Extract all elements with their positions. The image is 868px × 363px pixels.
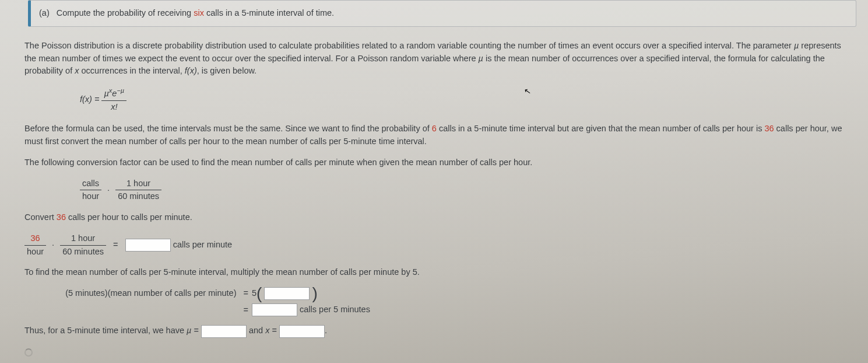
conv-n2: 1 hour — [115, 177, 161, 191]
p1-t5: , is given below. — [197, 66, 256, 75]
dot-multiply-2: · — [52, 239, 54, 252]
solution-content: The Poisson distribution is a discrete p… — [10, 40, 858, 359]
eq2-unit: calls per 5 minutes — [300, 305, 370, 315]
mu-symbol-2: µ — [479, 54, 483, 63]
eq2-lhs-row2: = — [24, 303, 252, 316]
open-paren-icon: ( — [256, 284, 262, 302]
formula-mu: µ — [104, 89, 108, 98]
paragraph-convert-36: Convert 36 calls per hour to calls per m… — [24, 211, 844, 224]
formula-den: x! — [101, 101, 126, 114]
eq1-d1: hour — [24, 246, 46, 259]
header-text-1: Compute the probability of receiving — [57, 8, 194, 18]
input-mean-per-minute[interactable] — [264, 287, 310, 300]
p4-h: 36 — [57, 212, 66, 222]
fx-symbol: f(x) — [185, 66, 197, 75]
formula-fraction: µxe−µ x! — [101, 86, 126, 113]
p4-t1: Convert — [24, 212, 57, 222]
input-calls-per-5min[interactable] — [252, 303, 297, 316]
input-mu-value[interactable] — [201, 325, 247, 338]
frac-hour-min: 1 hour 60 minutes — [115, 177, 161, 204]
eq1-unit: calls per minute — [173, 240, 233, 249]
paragraph-final: Thus, for a 5-minute time interval, we h… — [24, 324, 844, 337]
frac-1hour-60min: 1 hour 60 minutes — [60, 232, 106, 259]
p6-eq2: = — [269, 326, 279, 335]
eq2-lhs-row1: (5 minutes)(mean number of calls per min… — [24, 287, 252, 300]
x-symbol: x — [75, 66, 79, 75]
p2-h2: 36 — [764, 124, 774, 133]
eq2-five: 5 — [252, 288, 256, 298]
dot-multiply: · — [107, 184, 110, 197]
input-x-value[interactable] — [279, 325, 325, 338]
question-header: (a) Compute the probability of receiving… — [28, 0, 856, 27]
conv-d2: 60 minutes — [115, 190, 161, 203]
conv-d1: hour — [80, 190, 101, 203]
p6-eq1: = — [191, 326, 201, 335]
conv-n1: calls — [80, 177, 101, 191]
paragraph-intro: The Poisson distribution is a discrete p… — [24, 40, 844, 78]
p6-t1: Thus, for a 5-minute time interval, we h… — [24, 326, 187, 335]
close-paren-icon: ) — [312, 284, 317, 302]
input-calls-per-minute[interactable] — [125, 239, 171, 252]
frac-calls-hour: calls hour — [80, 177, 101, 204]
frac-36-hour: 36 hour — [24, 232, 46, 259]
equation-five-minute: (5 minutes)(mean number of calls per min… — [24, 287, 844, 316]
p6-dot: . — [325, 326, 327, 335]
paragraph-multiply-5: To find the mean number of calls per 5-m… — [24, 266, 844, 279]
part-label: (a) — [39, 8, 50, 18]
eq1-n1: 36 — [24, 232, 46, 246]
equation-calls-per-minute: 36 hour · 1 hour 60 minutes = calls per … — [24, 232, 844, 259]
p2-t2: calls in a 5-minute time interval but ar… — [437, 124, 765, 133]
loading-icon — [24, 348, 33, 357]
eq1-n2: 1 hour — [60, 232, 106, 246]
p1-t1: The Poisson distribution is a discrete p… — [24, 41, 794, 50]
paragraph-conversion-factor: The following conversion factor can be u… — [24, 156, 844, 169]
p1-t4: occurrences in the interval, — [79, 66, 185, 75]
equals-sign-1: = — [113, 239, 118, 252]
p2-h1: 6 — [432, 124, 437, 133]
header-text-2: calls in a 5-minute interval of time. — [204, 8, 334, 18]
formula-sup-negmu: −µ — [117, 87, 124, 94]
formula-lhs: f(x) = — [80, 95, 101, 104]
p4-t2: calls per hour to calls per minute. — [66, 212, 192, 222]
header-highlight: six — [194, 8, 204, 18]
equals-sign-2: = — [244, 287, 248, 300]
p6-and: and — [247, 326, 265, 335]
paragraph-conversion-need: Before the formula can be used, the time… — [24, 123, 844, 148]
eq2-lhs-text: (5 minutes)(mean number of calls per min… — [65, 288, 236, 298]
equals-sign-3: = — [244, 304, 248, 317]
eq1-d2: 60 minutes — [60, 246, 106, 259]
p2-t1: Before the formula can be used, the time… — [24, 124, 432, 133]
conversion-factor-formula: calls hour · 1 hour 60 minutes — [80, 177, 844, 204]
poisson-formula: f(x) = µxe−µ x! — [80, 86, 844, 113]
